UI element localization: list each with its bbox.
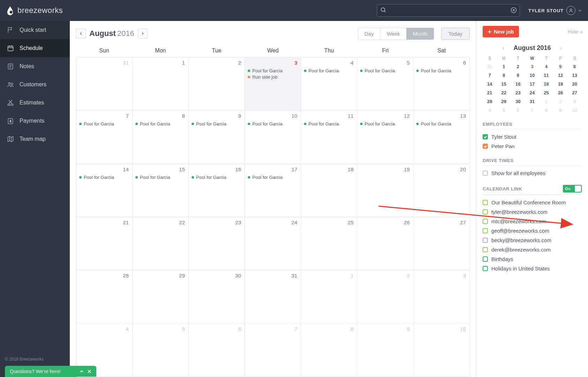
day-cell[interactable]: 17Pool for Garcia: [245, 164, 301, 217]
mini-prev-button[interactable]: ‹: [500, 44, 506, 52]
mini-day-cell[interactable]: 14: [483, 80, 497, 88]
calendar-link-item[interactable]: becky@breezeworks.com: [483, 235, 582, 245]
mini-day-cell[interactable]: 4: [539, 62, 553, 71]
mini-day-cell[interactable]: 7: [483, 71, 497, 80]
mini-day-cell[interactable]: 7: [525, 106, 539, 115]
mini-day-cell[interactable]: 25: [539, 88, 553, 97]
calendar-event[interactable]: Pool for Garcia: [360, 121, 410, 126]
day-cell[interactable]: 10: [414, 324, 470, 377]
day-cell[interactable]: 8Pool for Garcia: [133, 111, 189, 164]
day-cell[interactable]: 2: [357, 270, 414, 324]
day-cell[interactable]: 4: [76, 324, 133, 377]
sidebar-item-payments[interactable]: $Payments: [0, 112, 70, 130]
day-cell[interactable]: 23: [189, 217, 245, 270]
mini-day-cell[interactable]: 13: [567, 71, 582, 80]
calendar-link-toggle[interactable]: On: [563, 185, 582, 193]
day-cell[interactable]: 16Pool for Garcia: [189, 164, 245, 217]
day-cell[interactable]: 12Pool for Garcia: [357, 111, 414, 164]
day-cell[interactable]: 20: [414, 164, 470, 217]
calendar-event[interactable]: Pool for Garcia: [248, 175, 298, 180]
clear-icon[interactable]: [510, 7, 517, 14]
mini-day-cell[interactable]: 24: [525, 88, 539, 97]
calendar-link-item[interactable]: Birthdays: [483, 254, 582, 264]
mini-day-cell[interactable]: 18: [539, 80, 553, 88]
day-cell[interactable]: 11Pool for Garcia: [301, 111, 357, 164]
day-cell[interactable]: 31: [245, 270, 301, 324]
mini-day-cell[interactable]: 6: [511, 106, 525, 115]
calendar-event[interactable]: Pool for Garcia: [79, 175, 129, 180]
day-cell[interactable]: 10Pool for Garcia: [245, 111, 301, 164]
day-cell[interactable]: 26: [357, 217, 414, 270]
calendar-event[interactable]: Pool for Garcia: [79, 121, 129, 126]
day-cell[interactable]: 19: [357, 164, 414, 217]
day-cell[interactable]: 7Pool for Garcia: [76, 111, 133, 164]
mini-day-cell[interactable]: 20: [567, 80, 582, 88]
sidebar-item-quick-start[interactable]: Quick start: [0, 21, 70, 39]
day-cell[interactable]: 29: [133, 270, 189, 324]
day-cell[interactable]: 15Pool for Garcia: [133, 164, 189, 217]
new-job-button[interactable]: New job: [483, 26, 519, 37]
day-cell[interactable]: 8: [301, 324, 357, 377]
mini-day-cell[interactable]: 23: [511, 88, 525, 97]
calendar-event[interactable]: Pool for Garcia: [304, 121, 354, 126]
calendar-link-item[interactable]: geoff@breezeworks.com: [483, 226, 582, 235]
day-cell[interactable]: 9Pool for Garcia: [189, 111, 245, 164]
day-cell[interactable]: 13Pool for Garcia: [414, 111, 470, 164]
mini-day-cell[interactable]: 17: [525, 80, 539, 88]
mini-day-cell[interactable]: 26: [553, 88, 568, 97]
mini-day-cell[interactable]: 21: [483, 88, 497, 97]
day-cell[interactable]: 22: [133, 217, 189, 270]
view-week[interactable]: Week: [380, 28, 407, 39]
day-cell[interactable]: 21: [76, 217, 133, 270]
sidebar-item-notes[interactable]: Notes: [0, 57, 70, 75]
calendar-event[interactable]: Run side job: [248, 74, 298, 80]
mini-day-cell[interactable]: 1: [539, 97, 553, 106]
mini-day-cell[interactable]: 10: [525, 71, 539, 80]
mini-day-cell[interactable]: 8: [497, 71, 511, 80]
day-cell[interactable]: 3Pool for GarciaRun side job: [245, 58, 301, 111]
mini-next-button[interactable]: ›: [558, 44, 564, 52]
mini-day-cell[interactable]: 19: [553, 80, 568, 88]
mini-day-cell[interactable]: 8: [539, 106, 553, 115]
day-cell[interactable]: 3: [414, 270, 470, 324]
next-month-button[interactable]: [138, 29, 148, 38]
mini-day-cell[interactable]: 3: [567, 97, 582, 106]
day-cell[interactable]: 5Pool for Garcia: [357, 58, 414, 111]
day-cell[interactable]: 6: [189, 324, 245, 377]
mini-day-cell[interactable]: 9: [511, 71, 525, 80]
day-cell[interactable]: 9: [357, 324, 414, 377]
view-month[interactable]: Month: [407, 28, 434, 39]
day-cell[interactable]: 18: [301, 164, 357, 217]
day-cell[interactable]: 2: [189, 58, 245, 111]
day-cell[interactable]: 28: [76, 270, 133, 324]
calendar-event[interactable]: Pool for Garcia: [304, 68, 354, 73]
mini-day-cell[interactable]: 4: [483, 106, 497, 115]
calendar-link-item[interactable]: tyler@breezeworks.com: [483, 207, 582, 217]
mini-day-cell[interactable]: 22: [497, 88, 511, 97]
calendar-event[interactable]: Pool for Garcia: [416, 121, 467, 126]
sidebar-item-team-map[interactable]: Team map: [0, 130, 70, 148]
sidebar-item-customers[interactable]: Customers: [0, 75, 70, 94]
mini-day-cell[interactable]: 2: [511, 62, 525, 71]
mini-day-cell[interactable]: 1: [497, 62, 511, 71]
day-cell[interactable]: 24: [245, 217, 301, 270]
today-button[interactable]: Today: [441, 28, 470, 40]
mini-day-cell[interactable]: 10: [567, 106, 582, 115]
search-input[interactable]: [377, 4, 520, 17]
sidebar-item-schedule[interactable]: Schedule: [0, 39, 70, 57]
calendar-link-item[interactable]: Our Beautiful Conference Room: [483, 198, 582, 207]
calendar-link-item[interactable]: Holidays in United States: [483, 264, 582, 273]
calendar-event[interactable]: Pool for Garcia: [192, 121, 242, 126]
view-day[interactable]: Day: [358, 28, 381, 39]
calendar-event[interactable]: Pool for Garcia: [135, 175, 186, 180]
day-cell[interactable]: 1: [301, 270, 357, 324]
day-cell[interactable]: 25: [301, 217, 357, 270]
mini-day-cell[interactable]: 16: [511, 80, 525, 88]
mini-day-cell[interactable]: 27: [567, 88, 582, 97]
mini-day-cell[interactable]: 28: [483, 97, 497, 106]
calendar-event[interactable]: Pool for Garcia: [135, 121, 186, 126]
employee-filter[interactable]: Tyler Stout: [483, 132, 582, 142]
calendar-event[interactable]: Pool for Garcia: [360, 68, 410, 73]
calendar-event[interactable]: Pool for Garcia: [416, 68, 467, 73]
brand-logo[interactable]: breezeworks: [6, 6, 63, 15]
